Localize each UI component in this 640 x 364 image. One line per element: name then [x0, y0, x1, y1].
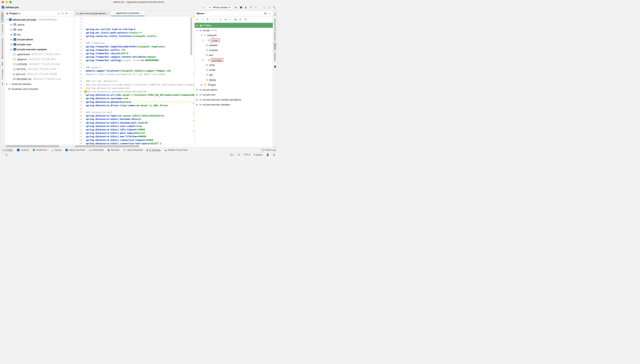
toggle-icon[interactable]: ⫟ [229, 18, 232, 21]
maven-plugins[interactable]: ▶📁 Plugins [195, 82, 273, 87]
tree-folder[interactable]: ▶.idea [5, 27, 74, 32]
maven-goal-install[interactable]: ⚙ install [195, 68, 273, 72]
lock-icon[interactable]: 🔒 [273, 154, 275, 156]
coverage-icon[interactable]: ◐ [244, 6, 248, 9]
maven-lifecycle[interactable]: ▼⟳ Lifecycle [195, 33, 273, 38]
rail-observer[interactable]: 应用观测器 [273, 63, 277, 65]
maven-root[interactable]: ▼m xxl-job (root) [195, 28, 273, 33]
rail-maven[interactable]: Maven [274, 42, 277, 51]
ide-icon[interactable]: ▢ [267, 6, 271, 9]
alibaba-cloud-tool[interactable]: ☁ Alibaba Cloud View [164, 149, 187, 151]
project-tree[interactable]: ▼ laiketui-job [xxl-job] ~/Desktop/beiji… [5, 16, 74, 145]
alipay-tool[interactable]: 🔵 Alipay DevTools [65, 149, 85, 151]
maven-goal-validate[interactable]: ⚙ validate [195, 43, 273, 48]
git-icon[interactable]: ⍁ [262, 6, 266, 9]
reload-icon[interactable]: ⟳ [196, 18, 198, 21]
tab-pom[interactable]: m pom.xml (xxl-job-admin) × [74, 11, 111, 16]
tree-file[interactable]: .gitignore2021/12/17 下午2:05, 65 B [5, 57, 74, 62]
locate-icon[interactable]: ⊙ [58, 12, 60, 15]
editor-hscroll[interactable] [74, 145, 195, 147]
close-icon[interactable]: × [141, 12, 142, 15]
project-hscroll[interactable] [5, 145, 74, 147]
encoding[interactable]: UTF-8 [244, 154, 250, 156]
build-icon[interactable]: ↘ [202, 6, 205, 9]
spring-tool[interactable]: 🍃 Spring [51, 149, 61, 151]
tree-folder[interactable]: ▶doc [5, 32, 74, 37]
generate-icon[interactable]: 📄 [201, 18, 204, 21]
maven-profiles[interactable]: ▶📁 Profiles [195, 23, 273, 28]
scratches[interactable]: Scratches and Consoles [12, 88, 38, 90]
tree-file[interactable]: mpom.xml2021/12/17 下午2:05, 4.49 kB [5, 72, 74, 76]
hide-icon[interactable]: — [70, 12, 72, 15]
maven-module[interactable]: ▶mxxl-job-admin [195, 87, 273, 92]
add-icon[interactable]: ＋ [211, 18, 214, 21]
search-icon[interactable]: 🔍 [272, 6, 276, 9]
tree-folder[interactable]: ▶.github [5, 22, 74, 27]
quick-panel-icon[interactable]: ◫ [5, 154, 8, 156]
wrench-icon[interactable]: 🔧 [244, 18, 247, 21]
tab-properties[interactable]: ≡ application.properties × [111, 11, 145, 16]
maven-goal-test[interactable]: ⚙ test [195, 52, 273, 58]
editor-vscroll[interactable] [190, 17, 192, 55]
tree-file[interactable]: MDREADME.md2021/12/17 下午2:05, 31.01 [5, 76, 74, 82]
line-ending[interactable]: LF [238, 154, 240, 156]
skip-tests-icon[interactable]: ⊘ [239, 18, 241, 21]
rail-web[interactable]: Web [1, 61, 4, 67]
maven-goal-deploy[interactable]: ⚙ deploy [195, 77, 273, 82]
codeup-tool[interactable]: 🟦 Codeup [17, 149, 29, 151]
execute-icon[interactable]: m [224, 18, 227, 21]
rail-favorites[interactable]: 2: Favorites [1, 68, 4, 81]
tree-root[interactable]: laiketui-job [13, 18, 26, 21]
breadcrumb[interactable]: laiketui-job [2, 6, 19, 9]
rail-ant[interactable]: Ant [274, 12, 277, 17]
external-libraries[interactable]: External Libraries [12, 82, 32, 86]
debug-icon[interactable]: 🐞 [239, 6, 243, 9]
maven-goal-verify[interactable]: ⚙ verify [195, 62, 273, 68]
tree-folder[interactable]: ▶xxl-job-admin [5, 37, 74, 42]
java-ee-tool[interactable]: ☕ Java Enterprise [123, 149, 143, 151]
maven-module[interactable]: ▶mxxl-job-executor-samples [195, 102, 273, 107]
download-icon[interactable]: ⬇ [207, 18, 209, 21]
tree-folder[interactable]: ▶xxl-job-executor-samples [5, 47, 74, 52]
maven-module[interactable]: ▶mxxl-job-executor-sample-springboot [195, 97, 273, 102]
rail-project[interactable]: 1: Project [1, 12, 4, 23]
todo-tool[interactable]: ≡ 6: TODO [2, 149, 13, 151]
gear-icon[interactable]: ⚙ [264, 12, 266, 15]
maven-module[interactable]: ▶mxxl-job-core [195, 92, 273, 97]
hide-icon[interactable]: — [268, 12, 271, 15]
chevron-down-icon[interactable]: ▾ [19, 12, 20, 15]
run-icon[interactable]: ▶ [234, 6, 238, 9]
tree-file[interactable]: .gitattributes2021/12/17 下午2:05, 115 B [5, 52, 74, 57]
dubbo-tool[interactable]: 🔷 DubboTest [32, 149, 47, 151]
maven-goal-clean[interactable]: 1、⚙ clean [195, 38, 273, 43]
event-log-tool[interactable]: 💬 Event Log [262, 149, 276, 151]
checkstyle-tool[interactable]: cs CheckStyle [89, 149, 104, 151]
inspection-icon[interactable]: 👤 [266, 154, 269, 156]
close-icon[interactable]: × [107, 12, 109, 15]
run-config-selector[interactable]: ◂▸ Whole project ▾ [207, 5, 233, 10]
offline-icon[interactable]: ◉ [235, 18, 237, 21]
run-icon[interactable]: ▶ [220, 18, 222, 21]
rail-structure[interactable]: 7: Structure [1, 23, 4, 36]
maven-goal-package[interactable]: 2、⚙ package [195, 58, 273, 62]
error-stripe[interactable] [192, 16, 195, 145]
tree-file[interactable]: NOTICE2021/12/17 下午2:05, 674 B [5, 67, 74, 72]
rail-ros[interactable]: Alibaba ROS Templates [274, 18, 277, 42]
tree-folder[interactable]: ▶xxl-job-core [5, 42, 74, 47]
gear-icon[interactable]: ⚙ [66, 12, 68, 15]
rail-database[interactable]: Database [274, 51, 277, 62]
profile-icon[interactable]: ⟳ [249, 6, 253, 9]
caret-position[interactable]: 31:1 [230, 154, 234, 156]
terminal-tool[interactable]: ▣ Terminal [108, 149, 119, 151]
tree-file[interactable]: LICENSE2021/12/17 下午2:05, 35.14 kB [5, 62, 74, 67]
rail-alibaba[interactable]: Alibaba Cloud Explorer [1, 36, 4, 60]
intention-bulb-icon[interactable] [84, 90, 87, 93]
indent[interactable]: 4 spaces [254, 154, 263, 156]
maven-tree[interactable]: ▶📁 Profiles ▼m xxl-job (root) ▼⟳ Lifecyc… [195, 22, 273, 147]
rail-ute[interactable]: ute [1, 81, 4, 86]
line-gutter[interactable]: 1011121314151617181920212223242526272829… [74, 16, 84, 145]
expand-icon[interactable]: ⇲ [62, 12, 64, 15]
code-editor[interactable]: spring.mvc.servlet.load-on-startup=0spri… [84, 16, 195, 145]
stop-icon[interactable]: ■ [254, 6, 258, 9]
maven-goal-site[interactable]: ⚙ site [195, 72, 273, 77]
